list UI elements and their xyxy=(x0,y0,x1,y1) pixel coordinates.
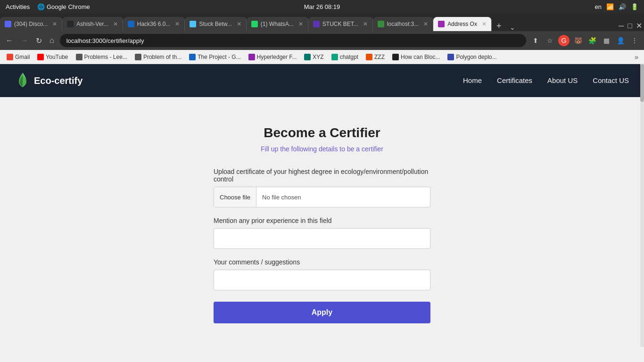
page-title: Become a Certifier xyxy=(264,125,380,140)
menu-icon[interactable]: ⋮ xyxy=(629,35,640,46)
page-main: Become a Certifier Fill up the following… xyxy=(0,97,644,342)
comments-group: Your comments / suggestions xyxy=(214,258,430,290)
forward-button[interactable]: → xyxy=(19,35,30,46)
extension-icon3[interactable]: 🧩 xyxy=(586,35,598,46)
bookmark-problem-of[interactable]: Problem of th... xyxy=(132,53,184,61)
close-button[interactable]: ✕ xyxy=(634,20,644,31)
tab-close-stuckbet[interactable]: ✕ xyxy=(363,21,368,27)
bookmark-gmail[interactable]: Gmail xyxy=(4,53,33,61)
experience-group: Mention any prior experience in this fie… xyxy=(214,217,430,249)
language-indicator: en xyxy=(595,3,602,10)
tab-ashish[interactable]: Ashish-Ver... ✕ xyxy=(62,17,123,31)
bookmark-problems-lee[interactable]: Problems - Lee... xyxy=(73,53,130,61)
tab-close-discord[interactable]: ✕ xyxy=(52,21,57,27)
share-icon[interactable]: ⬆ xyxy=(530,35,541,46)
file-chosen-text: No file chosen xyxy=(256,194,306,201)
profile-icon[interactable]: 👤 xyxy=(615,35,626,46)
bluetooth-icon: 📶 xyxy=(606,3,614,10)
tab-whatsapp[interactable]: (1) WhatsA... ✕ xyxy=(247,17,308,31)
activities-label[interactable]: Activities xyxy=(6,3,30,10)
battery-icon: 🔋 xyxy=(631,3,638,10)
bookmark-chatgpt[interactable]: chatgpt xyxy=(329,53,361,61)
bookmark-how-can[interactable]: How can Bloc... xyxy=(389,53,443,61)
home-button[interactable]: ⌂ xyxy=(48,35,56,46)
experience-label: Mention any prior experience in this fie… xyxy=(214,217,430,224)
comments-input[interactable] xyxy=(214,270,430,290)
bookmark-project-g[interactable]: The Project - G... xyxy=(186,53,243,61)
maximize-button[interactable]: □ xyxy=(626,21,634,31)
tab-address[interactable]: Address Ox ✕ xyxy=(433,17,492,31)
minimize-button[interactable]: ─ xyxy=(617,21,626,31)
sidebar-icon[interactable]: ▦ xyxy=(601,35,612,46)
bookmark-zzz[interactable]: ZZZ xyxy=(363,53,388,61)
bookmark-youtube[interactable]: YouTube xyxy=(34,53,71,61)
scrollbar-thumb[interactable] xyxy=(640,64,644,102)
certifier-form: Upload certificate of your highest degre… xyxy=(214,168,430,323)
scrollbar[interactable] xyxy=(640,64,644,347)
address-bar: ← → ↻ ⌂ ⬆ ☆ G 🐻 🧩 ▦ 👤 ⋮ xyxy=(0,31,644,50)
apply-button[interactable]: Apply xyxy=(214,302,430,323)
new-tab-button[interactable]: + xyxy=(492,21,506,31)
logo-icon xyxy=(15,72,30,89)
datetime: Mar 26 08:19 xyxy=(304,3,340,10)
bookmark-polygon[interactable]: Polygon deplo... xyxy=(445,53,499,61)
tab-close-whatsapp[interactable]: ✕ xyxy=(298,21,303,27)
file-input-wrapper: Choose file No file chosen xyxy=(214,187,430,207)
tab-close-stuck[interactable]: ✕ xyxy=(237,21,241,27)
comments-label: Your comments / suggestions xyxy=(214,258,430,266)
page-subtitle: Fill up the following details to be a ce… xyxy=(261,145,383,153)
bookmarks-bar: Gmail YouTube Problems - Lee... Problem … xyxy=(0,50,644,64)
app-content: Eco-certify Home Certificates About US C… xyxy=(0,64,644,347)
chrome-label: 🌐 Google Chrome xyxy=(37,3,90,10)
tab-hack36[interactable]: Hack36 6.0... ✕ xyxy=(123,17,185,31)
tab-localhost[interactable]: localhost:3... ✕ xyxy=(373,17,433,31)
nav-contact[interactable]: Contact US xyxy=(593,76,629,84)
tab-discord[interactable]: (304) Disco... ✕ xyxy=(0,17,62,31)
file-upload-group: Upload certificate of your highest degre… xyxy=(214,168,430,207)
navbar-nav: Home Certificates About US Contact US xyxy=(463,76,629,85)
os-bar-right: en 📶 🔊 🔋 xyxy=(595,3,638,10)
brand-link[interactable]: Eco-certify xyxy=(15,72,83,89)
os-bar: Activities 🌐 Google Chrome Mar 26 08:19 … xyxy=(0,0,644,13)
navbar: Eco-certify Home Certificates About US C… xyxy=(0,64,644,97)
nav-certificates[interactable]: Certificates xyxy=(497,76,532,84)
nav-about[interactable]: About US xyxy=(547,76,578,84)
tab-list-button[interactable]: ⌄ xyxy=(506,24,519,31)
tab-bar: (304) Disco... ✕ Ashish-Ver... ✕ Hack36 … xyxy=(0,13,644,31)
tab-close-address[interactable]: ✕ xyxy=(482,21,487,27)
browser-chrome: (304) Disco... ✕ Ashish-Ver... ✕ Hack36 … xyxy=(0,13,644,64)
toolbar-icons: ⬆ ☆ G 🐻 🧩 ▦ 👤 ⋮ xyxy=(530,35,640,46)
tab-close-hack36[interactable]: ✕ xyxy=(175,21,180,27)
extension-icon1[interactable]: G xyxy=(558,35,570,46)
choose-file-button[interactable]: Choose file xyxy=(214,187,256,207)
bookmarks-more[interactable]: » xyxy=(633,52,640,62)
reload-button[interactable]: ↻ xyxy=(34,35,44,46)
experience-input[interactable] xyxy=(214,228,430,249)
tab-stuck[interactable]: Stuck Betw... ✕ xyxy=(185,17,246,31)
address-input[interactable] xyxy=(60,34,526,47)
file-label: Upload certificate of your highest degre… xyxy=(214,168,430,183)
extension-icon2[interactable]: 🐻 xyxy=(572,35,584,46)
nav-home[interactable]: Home xyxy=(463,76,482,84)
tab-stuckbet[interactable]: STUCK BET... ✕ xyxy=(308,17,373,31)
bookmark-icon[interactable]: ☆ xyxy=(544,35,555,46)
volume-icon: 🔊 xyxy=(619,3,626,10)
tab-close-ashish[interactable]: ✕ xyxy=(113,21,118,27)
os-bar-left: Activities 🌐 Google Chrome xyxy=(6,3,90,10)
tab-close-localhost[interactable]: ✕ xyxy=(423,21,428,27)
bookmark-hyperledger[interactable]: Hyperledger F... xyxy=(246,53,300,61)
back-button[interactable]: ← xyxy=(4,35,15,46)
bookmark-xyz[interactable]: XYZ xyxy=(301,53,326,61)
